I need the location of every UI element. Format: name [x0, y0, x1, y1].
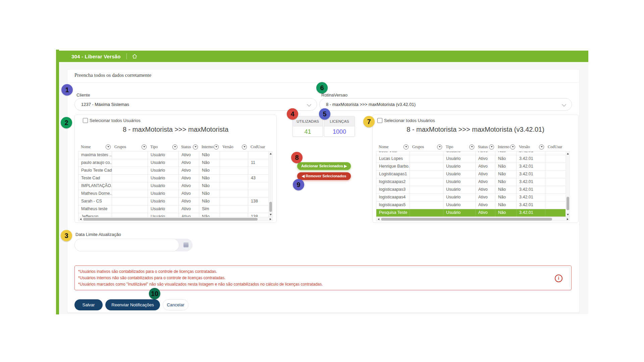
filter-icon[interactable]	[510, 144, 515, 149]
add-selected-button[interactable]: Adicionar Selecionados ▶	[297, 162, 351, 170]
cell-tipo: Usuário	[443, 171, 476, 178]
column-header: Interno	[202, 144, 213, 149]
filter-icon[interactable]	[193, 144, 198, 149]
scroll-up-button[interactable]	[269, 152, 272, 156]
cell-codusur	[545, 171, 566, 178]
filter-icon[interactable]	[469, 144, 474, 149]
table-row[interactable]: IMPLANTAÇÃO...UsuárioAtivoNão	[78, 182, 269, 190]
scroll-left-button[interactable]	[376, 217, 380, 221]
table-row[interactable]: Henrique Barbo...UsuárioAtivoNão3.42.01	[376, 163, 566, 171]
horizontal-scrollbar[interactable]	[376, 217, 570, 221]
table-row[interactable]: Matheus testeUsuárioAtivoSim	[78, 205, 269, 213]
select-all-checkbox[interactable]	[377, 118, 382, 123]
table-row[interactable]: logisticaapas2UsuárioAtivoNão3.42.01	[376, 178, 566, 186]
scroll-down-button[interactable]	[566, 213, 570, 217]
select-all-checkbox[interactable]	[83, 118, 88, 123]
cell-versao	[220, 190, 248, 197]
cell-tipo: Usuário	[443, 209, 476, 217]
scrollbar-thumb[interactable]	[567, 197, 569, 210]
filter-icon[interactable]	[404, 144, 409, 149]
table-row[interactable]: Logisticaapas1UsuárioAtivoNão3.42.01	[376, 171, 566, 178]
salvar-button[interactable]: Salvar	[74, 299, 103, 310]
home-button[interactable]	[132, 54, 138, 59]
header-cell: Grupos	[410, 142, 443, 151]
calendar-icon	[183, 243, 189, 247]
table-row[interactable]: maxima testes ...UsuárioAtivoNão	[78, 152, 269, 159]
scrollbar-thumb[interactable]	[83, 218, 258, 221]
cell-interno: Não	[199, 159, 220, 167]
table-row[interactable]: Sarah - CSUsuárioAtivoNão138	[78, 198, 269, 205]
select-all-users-right[interactable]: Selecionar todos Usuários	[377, 118, 435, 123]
cell-interno: Não	[495, 178, 517, 186]
horizontal-scrollbar[interactable]	[78, 217, 273, 221]
scroll-down-button[interactable]	[269, 213, 272, 217]
column-header: Versão	[519, 144, 530, 149]
rotina-versao-label: RotinaVersao	[321, 93, 347, 98]
column-header: Tipo	[150, 144, 158, 149]
scrollbar-thumb[interactable]	[381, 218, 552, 221]
filter-icon[interactable]	[142, 144, 147, 149]
cell-nome: Sarah - CS	[78, 198, 112, 205]
table-row[interactable]: Matheus Dorne...UsuárioAtivoNão	[78, 190, 269, 198]
table-row[interactable]: Pesquisa TesteUsuárioAtivoNão3.42.01	[376, 209, 566, 217]
warning-line: *Usuários internos não são contabilizado…	[75, 275, 571, 281]
cell-grupos	[112, 182, 148, 190]
remove-selected-button[interactable]: ◀ Remover Selecionados	[297, 172, 351, 180]
filter-icon[interactable]	[437, 144, 442, 149]
table-row[interactable]: Lucas LopesUsuárioAtivoNão3.42.01	[376, 155, 566, 163]
data-limite-input[interactable]	[74, 239, 179, 251]
cell-grupos	[410, 155, 443, 163]
chevron-down-icon	[562, 102, 566, 107]
vertical-scrollbar[interactable]	[566, 151, 570, 217]
rotina-versao-select[interactable]: 8 - maxMotorista >>> maxMotorista (v3.42…	[319, 98, 572, 111]
filter-icon[interactable]	[539, 144, 544, 149]
filter-icon[interactable]	[242, 144, 247, 149]
table-row[interactable]: Jose VitorUsuárioAtivoNão3.42.01	[376, 151, 566, 155]
table-row[interactable]: paulo araujo co...UsuárioAtivoNão11	[78, 159, 269, 167]
scrollbar-thumb[interactable]	[269, 202, 272, 212]
cell-versao: 3.42.01	[517, 178, 545, 186]
column-header: Nome	[379, 144, 388, 149]
scroll-right-button[interactable]	[268, 217, 272, 221]
cell-versao: 3.42.01	[517, 201, 545, 209]
header-cell: Versão	[516, 142, 545, 151]
utilizadas-value: 41	[293, 126, 323, 137]
scroll-right-button[interactable]	[566, 217, 570, 221]
filter-icon[interactable]	[106, 144, 111, 149]
cliente-select[interactable]: 1237 - Máxima Sistemas	[74, 98, 317, 111]
cell-status: Ativo	[476, 163, 495, 170]
calendar-button[interactable]	[182, 242, 189, 248]
reenviar-notificacoes-button[interactable]: Reenviar Notificações	[105, 299, 160, 310]
filter-icon[interactable]	[214, 144, 219, 149]
scroll-up-button[interactable]	[566, 152, 570, 156]
cell-interno: Não	[199, 213, 220, 217]
header-cell: Status	[178, 142, 199, 151]
cell-interno: Não	[495, 163, 517, 170]
info-icon[interactable]: i	[555, 275, 562, 282]
table-row[interactable]: Teste CadUsuárioAtivoNão43	[78, 175, 269, 182]
cancelar-button[interactable]: Cancelar	[163, 299, 189, 310]
cell-interno: Não	[495, 194, 517, 201]
filter-icon[interactable]	[489, 144, 494, 149]
cell-nome: maxima testes ...	[78, 152, 112, 159]
header-cell: CodUsur	[545, 142, 566, 151]
scroll-left-button[interactable]	[78, 217, 83, 221]
filter-icon[interactable]	[172, 144, 177, 149]
cell-codusur	[248, 167, 269, 174]
vertical-scrollbar[interactable]	[268, 151, 273, 217]
cell-nome: logisticaapas3	[376, 186, 410, 193]
cell-status: Ativo	[476, 178, 495, 186]
table-row[interactable]: logisticaapas5UsuárioAtivoNão3.42.01	[376, 201, 566, 209]
filter-triangle	[471, 146, 473, 147]
header-cell: Interno	[199, 142, 220, 151]
table-row[interactable]: Paulo Teste CadUsuárioAtivoNão	[78, 167, 269, 175]
filter-triangle	[174, 146, 176, 147]
table-row[interactable]: JeffersonUsuárioAtivoNão138	[78, 213, 269, 217]
cell-tipo: Usuário	[443, 201, 476, 209]
table-row[interactable]: logisticaapas4UsuárioAtivoNão3.42.01	[376, 194, 566, 201]
scroll-up-icon	[567, 153, 569, 155]
select-all-users-left[interactable]: Selecionar todos Usuários	[83, 118, 141, 123]
cell-versao: 3.42.01	[517, 171, 545, 178]
annotation-badge-4: 4	[287, 108, 298, 120]
table-row[interactable]: logisticaapas3UsuárioAtivoNão3.42.01	[376, 186, 566, 194]
